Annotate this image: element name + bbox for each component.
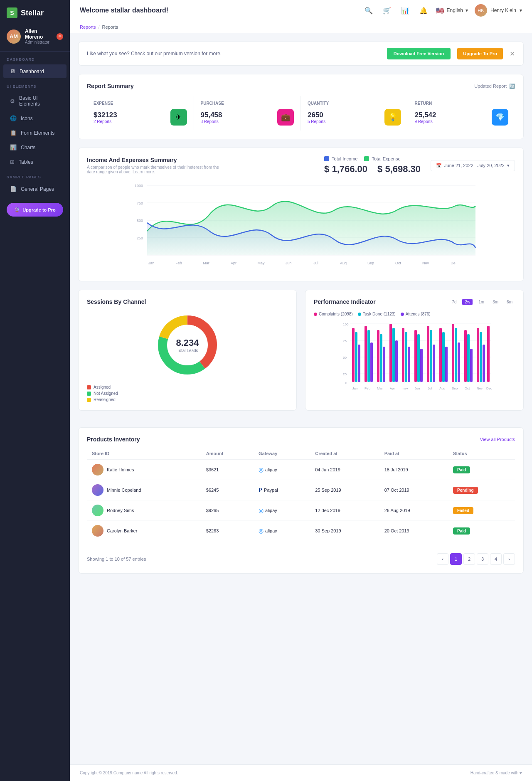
logo-icon: S xyxy=(7,7,17,18)
expense-value: $32123 xyxy=(94,111,117,119)
cell-name: Rodney Sims xyxy=(87,500,201,521)
view-all-products-link[interactable]: View all Products xyxy=(480,437,515,442)
sidebar-item-tables[interactable]: ⊞ Tables xyxy=(3,155,66,169)
chart-icon[interactable]: 📊 xyxy=(399,5,411,16)
return-link[interactable]: 9 Reports xyxy=(415,119,436,124)
page-2-button[interactable]: 2 xyxy=(463,553,475,565)
notification-dot[interactable]: ✉ xyxy=(57,33,63,40)
legend-attends: Attends (876) xyxy=(401,312,431,316)
sidebar-item-icons[interactable]: 🌐 Icons xyxy=(3,111,66,125)
logo-text: Stellar xyxy=(21,9,44,17)
user-cell: Katie Holmes xyxy=(92,464,196,475)
products-table-card: Products Inventory View all Products Sto… xyxy=(78,427,524,574)
sidebar-item-form-elements[interactable]: 📋 Form Elements xyxy=(3,126,66,140)
prev-page-button[interactable]: ‹ xyxy=(437,553,448,565)
date-range-picker[interactable]: 📅 June 21, 2022 - July 20, 2022 ▾ xyxy=(431,160,515,171)
page-4-button[interactable]: 4 xyxy=(490,553,502,565)
purchase-link[interactable]: 3 Reports xyxy=(201,119,222,124)
svg-text:Jan: Jan xyxy=(352,387,358,390)
paypal-icon: 𝐏 xyxy=(259,487,262,494)
flag-icon: 🇺🇸 xyxy=(436,7,444,15)
sidebar-user: AM Allen Moreno Administrator ✉ xyxy=(0,24,70,52)
page-1-button[interactable]: 1 xyxy=(450,553,462,565)
task-done-label: Task Done (1123) xyxy=(363,312,396,316)
svg-rect-48 xyxy=(405,332,407,382)
sidebar-item-dashboard[interactable]: 🖥 Dashboard xyxy=(3,64,66,78)
report-summary-title: Report Summary xyxy=(87,83,134,89)
svg-rect-55 xyxy=(433,345,435,382)
svg-text:Oct: Oct xyxy=(395,261,401,265)
cell-amount: $2263 xyxy=(201,521,254,541)
svg-rect-51 xyxy=(417,334,420,382)
sidebar-logo: S Stellar xyxy=(0,0,70,24)
not-assigned-label: Not Assigned xyxy=(94,391,118,396)
upgrade-to-pro-button[interactable]: 🔮 Upgrade to Pro xyxy=(7,203,63,217)
col-store-id: Store ID xyxy=(87,448,201,460)
form-icon: 📋 xyxy=(10,130,17,136)
search-icon[interactable]: 🔍 xyxy=(363,5,374,16)
footer: Copyright © 2019.Company name All rights… xyxy=(70,764,532,781)
updated-report-btn[interactable]: Updated Report 🔄 xyxy=(474,84,515,89)
page-3-button[interactable]: 3 xyxy=(477,553,488,565)
income-expense-chart: 1000 750 500 250 xyxy=(87,181,515,273)
tab-3m[interactable]: 3m xyxy=(490,299,501,305)
pagination: Showing 1 to 10 of 57 entries ‹ 1 2 3 4 … xyxy=(87,548,515,565)
reassigned-dot xyxy=(87,398,91,402)
return-bottom: 25,542 9 Reports 💎 xyxy=(415,109,509,126)
not-assigned-dot xyxy=(87,392,91,396)
page-content: Like what you see? Check out our premium… xyxy=(70,33,532,764)
expense-value-display: $ 5,698.30 xyxy=(377,164,421,175)
performance-header: Performance Indicator 7d 2w 1m 3m 6m xyxy=(314,298,515,305)
next-page-button[interactable]: › xyxy=(503,553,515,565)
svg-text:Mar: Mar xyxy=(203,261,209,265)
cell-created: 30 Sep 2019 xyxy=(310,521,379,541)
chart-legend: Total Income Total Expense xyxy=(324,156,421,161)
breadcrumb-home[interactable]: Reports xyxy=(80,25,96,30)
user-cell: Carolyn Barker xyxy=(92,525,196,537)
status-badge: Failed xyxy=(453,507,473,514)
tab-1m[interactable]: 1m xyxy=(476,299,487,305)
main-content: Welcome stallar dashboard! 🔍 🛒 📊 🔔 🇺🇸 En… xyxy=(70,0,532,781)
user-name: Allen Moreno xyxy=(25,28,52,40)
cell-gateway: ◎ alipay xyxy=(254,500,310,521)
svg-rect-61 xyxy=(458,342,460,382)
header: Welcome stallar dashboard! 🔍 🛒 📊 🔔 🇺🇸 En… xyxy=(70,0,532,21)
svg-text:Apr: Apr xyxy=(390,387,395,390)
cart-icon[interactable]: 🛒 xyxy=(381,5,393,16)
language-selector[interactable]: 🇺🇸 English ▾ xyxy=(436,7,468,15)
quantity-link[interactable]: 5 Reports xyxy=(308,119,325,124)
report-item-expense: EXPENSE $32123 2 Reports ✈ xyxy=(87,96,194,131)
upgrade-to-pro-banner-button[interactable]: Upgrade To Pro xyxy=(457,48,503,59)
sidebar-item-basic-ui[interactable]: ⚙ Basic UI Elements xyxy=(3,91,66,111)
tab-2w[interactable]: 2w xyxy=(462,299,473,305)
svg-rect-38 xyxy=(365,326,367,382)
download-free-button[interactable]: Download Free Version xyxy=(387,48,451,59)
expense-legend-color xyxy=(364,156,369,161)
svg-text:Mar: Mar xyxy=(377,387,383,390)
quantity-bottom: 2650 5 Reports 💡 xyxy=(308,109,401,126)
expense-link[interactable]: 2 Reports xyxy=(94,119,117,124)
tab-6m[interactable]: 6m xyxy=(504,299,515,305)
svg-text:Apr: Apr xyxy=(231,261,236,265)
notification-icon[interactable]: 🔔 xyxy=(418,5,429,16)
sidebar-item-label: Form Elements xyxy=(21,130,54,136)
svg-text:250: 250 xyxy=(137,236,143,240)
user-menu[interactable]: HK Henry Klein ▾ xyxy=(475,4,522,17)
cell-status: Pending xyxy=(448,480,515,500)
banner-close-button[interactable]: ✕ xyxy=(510,50,515,58)
header-avatar: HK xyxy=(475,4,487,17)
sidebar-item-label: General Pages xyxy=(21,186,54,192)
sidebar-item-label: Basic UI Elements xyxy=(19,95,60,107)
quantity-icon-box: 💡 xyxy=(384,109,401,126)
tab-7d[interactable]: 7d xyxy=(449,299,459,305)
legend-expense: Total Expense xyxy=(364,156,400,161)
sidebar-item-general-pages[interactable]: 📄 General Pages xyxy=(3,182,66,196)
sidebar-item-charts[interactable]: 📊 Charts xyxy=(3,140,66,154)
svg-text:750: 750 xyxy=(137,201,143,205)
svg-text:Oct: Oct xyxy=(465,387,470,390)
assigned-dot xyxy=(87,385,91,389)
svg-text:Aug: Aug xyxy=(340,261,347,265)
task-done-dot xyxy=(358,313,361,316)
header-user-name: Henry Klein xyxy=(490,7,516,13)
cell-amount: $9265 xyxy=(201,500,254,521)
